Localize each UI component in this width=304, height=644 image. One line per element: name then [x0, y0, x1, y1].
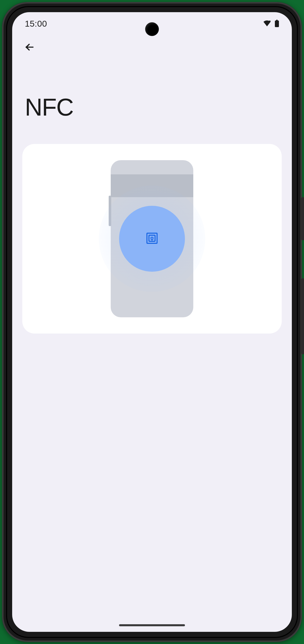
phone-back-graphic [111, 160, 193, 317]
status-time: 15:00 [25, 19, 47, 29]
svg-rect-2 [275, 21, 279, 27]
power-button-physical [301, 197, 304, 240]
back-button[interactable] [20, 38, 40, 58]
nfc-chip-icon [146, 232, 158, 245]
wifi-icon [263, 20, 271, 27]
status-icons [263, 20, 279, 27]
front-camera-cutout [145, 22, 159, 36]
gesture-nav-handle[interactable] [119, 624, 185, 626]
svg-rect-5 [151, 237, 153, 239]
volume-rocker-physical [301, 278, 304, 354]
svg-point-0 [269, 21, 271, 22]
app-toolbar [12, 35, 292, 60]
back-arrow-icon [24, 41, 36, 54]
nfc-illustration [22, 144, 282, 334]
screen: 15:00 [12, 12, 292, 632]
device-frame: 15:00 [2, 2, 302, 642]
svg-rect-1 [276, 20, 278, 21]
page-title: NFC [12, 60, 292, 144]
battery-icon [275, 20, 279, 27]
